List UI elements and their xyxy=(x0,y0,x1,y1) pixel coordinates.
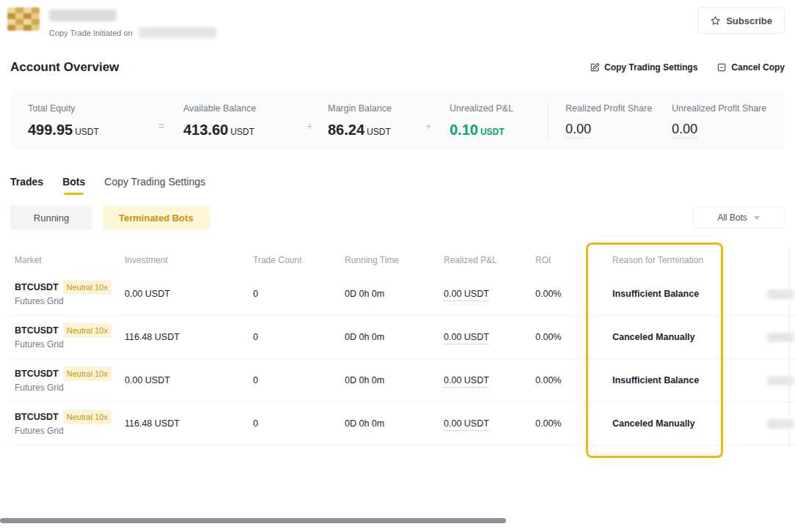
stat-available-balance: Available Balance 413.60USDT xyxy=(183,103,256,138)
market-cell: BTCUSDT Neutral 10x Futures Grid xyxy=(10,280,120,308)
running-time-cell: 0D 0h 0m xyxy=(340,289,439,299)
strategy-type: Futures Grid xyxy=(15,295,120,308)
stat-unrealized-profit-share: Unrealized Profit Share 0.00 xyxy=(672,103,766,137)
investment-cell: 116.48 USDT xyxy=(120,332,249,342)
trader-avatar[interactable] xyxy=(7,7,40,31)
table-row: BTCUSDT Neutral 10x Futures Grid 0.00 US… xyxy=(10,273,795,316)
stat-unrealized-pnl: Unrealized P&L 0.10USDT xyxy=(450,103,513,138)
market-symbol: BTCUSDT xyxy=(15,367,59,380)
strategy-type: Futures Grid xyxy=(15,381,120,394)
header-market: Market xyxy=(10,255,120,265)
all-bots-dropdown[interactable]: All Bots xyxy=(692,207,785,229)
account-stats-panel: Total Equity 499.95USDT = Available Bala… xyxy=(10,89,785,150)
star-icon xyxy=(710,15,721,26)
equals-operator: = xyxy=(158,120,164,132)
table-row: BTCUSDT Neutral 10x Futures Grid 116.48 … xyxy=(10,402,795,446)
running-time-cell: 0D 0h 0m xyxy=(340,332,439,342)
trade-count-cell: 0 xyxy=(249,375,340,385)
market-cell: BTCUSDT Neutral 10x Futures Grid xyxy=(10,366,120,394)
cancel-copy-link[interactable]: Cancel Copy xyxy=(717,62,785,73)
cancel-copy-label: Cancel Copy xyxy=(731,62,785,73)
stat-total-equity: Total Equity 499.95USDT xyxy=(28,103,99,138)
market-cell: BTCUSDT Neutral 10x Futures Grid xyxy=(10,323,120,351)
market-symbol: BTCUSDT xyxy=(15,281,59,294)
termination-reason-cell: Canceled Manually xyxy=(608,332,789,342)
tab-trades[interactable]: Trades xyxy=(10,176,43,195)
trade-count-cell: 0 xyxy=(249,289,340,299)
termination-reason-cell: Insufficient Balance xyxy=(608,289,789,299)
header-trade-count: Trade Count xyxy=(249,255,340,265)
overview-header: Account Overview Copy Trading Settings C… xyxy=(10,60,785,75)
subscribe-button[interactable]: Subscribe xyxy=(697,7,785,34)
realized-pnl-cell: 0.00 USDT xyxy=(444,375,489,388)
redacted-initiated-date xyxy=(139,27,216,38)
copy-trading-settings-link[interactable]: Copy Trading Settings xyxy=(590,62,697,73)
strategy-type: Futures Grid xyxy=(15,424,120,437)
running-time-cell: 0D 0h 0m xyxy=(340,375,439,385)
leverage-tag: Neutral 10x xyxy=(63,410,111,424)
investment-cell: 116.48 USDT xyxy=(120,418,249,429)
trader-meta: Copy Trade Initiated on xyxy=(49,7,216,38)
copy-trading-page: Copy Trade Initiated on Subscribe Accoun… xyxy=(0,0,795,532)
copy-trading-settings-label: Copy Trading Settings xyxy=(604,62,697,73)
header-reason: Reason for Termination xyxy=(608,255,789,265)
realized-pnl-cell: 0.00 USDT xyxy=(444,418,489,431)
market-symbol: BTCUSDT xyxy=(15,410,59,424)
header-roi: ROI xyxy=(531,255,608,265)
plus-operator: + xyxy=(307,120,312,132)
header-running-time: Running Time xyxy=(340,255,439,265)
all-bots-dropdown-label: All Bots xyxy=(717,213,747,223)
main-tabs: Trades Bots Copy Trading Settings xyxy=(10,176,205,195)
action-column-divider xyxy=(789,248,790,446)
bots-filter-row: Running Terminated Bots All Bots xyxy=(10,205,785,230)
topbar: Copy Trade Initiated on Subscribe xyxy=(7,7,785,38)
termination-reason-cell: Insufficient Balance xyxy=(608,375,789,385)
chevron-down-icon xyxy=(754,216,760,220)
header-realized-pnl: Realized P&L xyxy=(439,255,531,265)
plus-operator: + xyxy=(425,120,431,132)
stat-margin-balance: Margin Balance 86.24USDT xyxy=(328,103,392,138)
market-cell: BTCUSDT Neutral 10x Futures Grid xyxy=(10,410,120,437)
roi-cell: 0.00% xyxy=(531,332,608,342)
stat-realized-profit-share: Realized Profit Share 0.00 xyxy=(565,103,652,137)
minus-square-icon xyxy=(717,62,727,73)
market-symbol: BTCUSDT xyxy=(15,324,59,337)
edit-icon xyxy=(590,62,600,73)
page-title: Account Overview xyxy=(10,60,119,75)
roi-cell: 0.00% xyxy=(531,289,608,299)
table-row: BTCUSDT Neutral 10x Futures Grid 116.48 … xyxy=(10,316,795,359)
investment-cell: 0.00 USDT xyxy=(120,289,249,299)
termination-reason-cell: Canceled Manually xyxy=(608,418,789,429)
roi-cell: 0.00% xyxy=(531,375,608,385)
header-investment: Investment xyxy=(120,255,249,265)
terminated-bots-table: Market Investment Trade Count Running Ti… xyxy=(10,248,795,446)
leverage-tag: Neutral 10x xyxy=(63,280,111,295)
running-time-cell: 0D 0h 0m xyxy=(340,418,439,429)
subscribe-label: Subscribe xyxy=(726,15,772,26)
stats-divider xyxy=(548,102,549,138)
trader-block: Copy Trade Initiated on xyxy=(7,7,216,38)
table-row: BTCUSDT Neutral 10x Futures Grid 0.00 US… xyxy=(10,359,795,402)
roi-cell: 0.00% xyxy=(531,418,608,429)
terminated-bots-filter-button[interactable]: Terminated Bots xyxy=(103,205,210,230)
strategy-type: Futures Grid xyxy=(15,338,120,351)
leverage-tag: Neutral 10x xyxy=(63,323,111,338)
redacted-trader-name xyxy=(49,10,117,21)
realized-pnl-cell: 0.00 USDT xyxy=(444,332,489,344)
realized-pnl-cell: 0.00 USDT xyxy=(444,289,489,301)
tab-copy-trading-settings[interactable]: Copy Trading Settings xyxy=(104,176,205,195)
table-header-row: Market Investment Trade Count Running Ti… xyxy=(10,248,795,273)
leverage-tag: Neutral 10x xyxy=(63,366,111,381)
trade-count-cell: 0 xyxy=(249,418,340,429)
trade-count-cell: 0 xyxy=(249,332,340,342)
tab-bots[interactable]: Bots xyxy=(62,176,85,195)
running-filter-button[interactable]: Running xyxy=(10,205,92,230)
horizontal-scrollbar[interactable] xyxy=(0,518,506,523)
investment-cell: 0.00 USDT xyxy=(120,375,249,385)
copy-trade-initiated-label: Copy Trade Initiated on xyxy=(49,29,133,37)
